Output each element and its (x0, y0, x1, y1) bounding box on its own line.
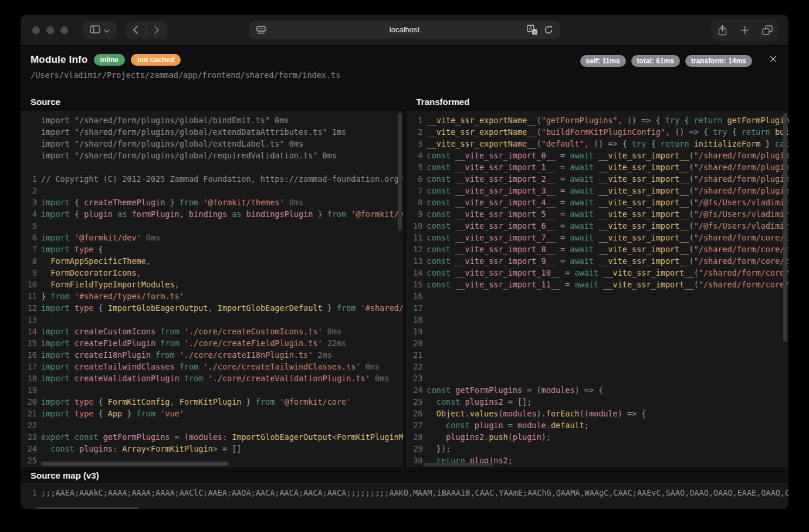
page-title: Module Info (31, 54, 88, 66)
code-line: 22 (21, 419, 403, 431)
reload-icon[interactable] (544, 25, 553, 37)
code-line: 14const __vite_ssr_import_10__ = await _… (407, 267, 789, 279)
line-number: 18 (407, 314, 423, 326)
code-line (21, 161, 403, 173)
transformed-horizontal-scrollbar[interactable] (423, 463, 493, 466)
code-line: 15import createFieldPlugin from './core/… (21, 337, 403, 349)
line-number: 8 (407, 196, 423, 208)
sourcemap-section: Source map (v3) 1;;;AAEA;AAAkC;AAAA;AAAA… (21, 467, 788, 509)
code-line: 9const __vite_ssr_import_5__ = await __v… (407, 208, 789, 220)
code-line: 18 (407, 314, 789, 326)
not-cached-badge: not cached (131, 54, 181, 66)
self-time-badge: self: 11ms (580, 55, 626, 67)
share-button[interactable] (717, 25, 727, 36)
code-line: 6import '@formkit/dev' 0ms (21, 232, 403, 243)
code-panels: Source import "/shared/form/plugins/glob… (21, 93, 788, 467)
module-info-header: Module Info inline not cached self: 11ms… (21, 46, 788, 93)
sourcemap-horizontal-scrollbar[interactable] (36, 507, 139, 509)
transformed-vertical-scrollbar[interactable] (783, 113, 787, 342)
code-line: import "/shared/form/plugins/global/exte… (21, 126, 403, 138)
line-number: 11 (21, 290, 37, 302)
tabs-overview-button[interactable] (762, 25, 773, 35)
sourcemap-code-area: 1;;;AAEA;AAAkC;AAAA;AAAA;AAAA;AAClC;AAEA… (21, 483, 788, 509)
code-line: 24 const plugins: Array<FormKitPlugin> =… (21, 443, 403, 455)
line-number: 23 (407, 372, 423, 384)
code-line: 3import { createThemePlugin } from '@for… (21, 196, 403, 208)
line-number: 3 (407, 138, 423, 150)
code-line: 5 (21, 220, 403, 232)
line-number: 22 (21, 419, 37, 431)
module-file-path: /Users/vladimir/Projects/zammad/app/fron… (31, 70, 788, 80)
source-horizontal-scrollbar[interactable] (41, 462, 229, 466)
code-line: 14import createCustomIcons from './core/… (21, 326, 403, 337)
line-number: 22 (407, 361, 423, 372)
line-number: 4 (21, 208, 37, 220)
transformed-code-area: 1__vite_ssr_exportName__("getFormPlugins… (407, 111, 789, 467)
timing-stats: self: 11ms total: 61ms transform: 14ms (580, 55, 752, 67)
code-line: 17 (407, 302, 789, 314)
line-number (21, 126, 37, 138)
code-line: 2__vite_ssr_exportName__("buildFormKitPl… (407, 126, 789, 138)
zoom-window-icon[interactable] (60, 26, 68, 34)
code-line: 2 (21, 185, 403, 196)
svg-text:x: x (533, 30, 536, 35)
source-panel: Source import "/shared/form/plugins/glob… (21, 93, 403, 467)
line-number: 9 (407, 208, 423, 220)
line-number: 7 (407, 185, 423, 196)
sourcemap-title: Source map (v3) (21, 467, 788, 483)
code-line: 27 const plugin = module.default; (407, 419, 789, 431)
line-number: 13 (407, 255, 423, 267)
line-number: 14 (407, 267, 423, 279)
line-number: 20 (21, 396, 37, 408)
code-line: import "/shared/form/plugins/global/bind… (21, 114, 403, 126)
line-number: 24 (407, 384, 423, 396)
code-line: 1;;;AAEA;AAAkC;AAAA;AAAA;AAAA;AAClC;AAEA… (21, 487, 788, 499)
code-line: 20 (407, 337, 789, 349)
line-number (21, 138, 37, 150)
sidebar-toggle-button[interactable] (83, 21, 117, 39)
code-line: 23 (407, 372, 789, 384)
code-line: 22 (407, 361, 789, 372)
close-button[interactable] (766, 52, 780, 66)
line-number: 19 (21, 384, 37, 396)
back-button[interactable] (126, 21, 146, 39)
new-tab-button[interactable] (740, 26, 749, 35)
close-window-icon[interactable] (32, 26, 40, 34)
code-line: 11} from '#shared/types/form.ts' (21, 290, 403, 302)
nav-button-group (126, 21, 167, 39)
code-line: 15const __vite_ssr_import_11__ = await _… (407, 279, 789, 290)
line-number: 10 (21, 279, 37, 290)
transform-time-badge: transform: 14ms (685, 55, 752, 67)
line-number: 25 (21, 455, 37, 466)
line-number: 21 (21, 408, 37, 419)
line-number (21, 150, 37, 161)
code-line: 5const __vite_ssr_import_1__ = await __v… (407, 161, 789, 173)
translate-icon[interactable]: Ax (527, 25, 538, 38)
code-line: 1// Copyright (C) 2012-2025 Zammad Found… (21, 173, 403, 185)
line-number: 2 (21, 185, 37, 196)
line-number: 20 (407, 337, 423, 349)
sidebar-icon (90, 25, 100, 35)
code-line: 18import createValidationPlugin from './… (21, 372, 403, 384)
code-line: 8const __vite_ssr_import_4__ = await __v… (407, 196, 789, 208)
line-number: 26 (407, 408, 423, 419)
line-number (21, 114, 37, 126)
minimize-window-icon[interactable] (46, 26, 54, 34)
source-vertical-scrollbar[interactable] (398, 113, 402, 231)
code-line: 11const __vite_ssr_import_7__ = await __… (407, 232, 789, 243)
line-number: 27 (407, 419, 423, 431)
line-number: 5 (21, 220, 37, 232)
traffic-lights (32, 26, 68, 34)
line-number: 12 (21, 302, 37, 314)
line-number: 18 (21, 372, 37, 384)
source-code-area: import "/shared/form/plugins/global/bind… (21, 111, 403, 467)
code-line: 8 FormAppSpecificTheme, (21, 255, 403, 267)
code-line: 19 (21, 384, 403, 396)
browser-toolbar: localhost Ax (21, 15, 788, 46)
address-bar[interactable]: localhost Ax (249, 21, 560, 39)
transformed-panel: Transformed 1__vite_ssr_exportName__("ge… (407, 93, 789, 467)
line-number: 3 (21, 196, 37, 208)
code-line: 21import type { App } from 'vue' (21, 408, 403, 419)
code-line: 24const getFormPlugins = (modules) => { (407, 384, 789, 396)
forward-button[interactable] (147, 21, 167, 39)
